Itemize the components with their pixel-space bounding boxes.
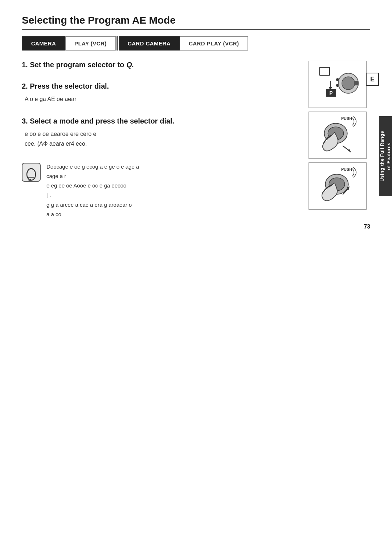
step-3-line1: e oo e oe aearoe ere cero e — [25, 129, 301, 139]
note-text: Doocage e oe g ecog a e ge o e age a cag… — [46, 162, 139, 219]
image-push1: PUSH — [309, 112, 367, 159]
page-number: 73 — [364, 223, 370, 230]
step-1-number: 1. — [22, 61, 30, 69]
svg-rect-0 — [22, 163, 40, 181]
e-badge: E — [366, 73, 379, 86]
tab-play-vcr[interactable]: PLAY (VCR) — [65, 36, 116, 51]
svg-point-10 — [342, 77, 355, 90]
note-line-5: g g a arcee a cae a era g aroaear o — [46, 200, 139, 210]
step-1: 1. Set the program selector to Q. — [22, 61, 301, 69]
step-3-line2: cee. (AΦ aeara er4 eco. — [25, 139, 301, 149]
step-1-text: Set the program selector to — [30, 61, 124, 69]
left-content: 1. Set the program selector to Q. 2. Pre… — [22, 61, 309, 226]
step-2-number: 2. — [22, 82, 30, 90]
note-box: Doocage e oe g ecog a e ge o e age a cag… — [22, 162, 301, 219]
step-3-title: 3. Select a mode and press the selector … — [22, 117, 301, 125]
tab-camera[interactable]: CAMERA — [22, 36, 65, 51]
step-3-text: Select a mode and press the selector dia… — [30, 117, 174, 125]
tab-divider — [117, 36, 118, 51]
image-push2: PUSH — [309, 162, 367, 210]
step-2: 2. Press the selector dial. A o e ga AE … — [22, 82, 301, 104]
svg-text:PUSH: PUSH — [341, 116, 352, 121]
tab-bar: CAMERA PLAY (VCR) CARD CAMERA CARD PLAY … — [22, 36, 370, 51]
step-1-title: 1. Set the program selector to Q. — [22, 61, 301, 69]
step-2-text: Press the selector dial. — [30, 82, 109, 90]
step-3-body: e oo e oe aearoe ere cero e cee. (AΦ aea… — [25, 129, 301, 149]
step-2-title: 2. Press the selector dial. — [22, 82, 301, 90]
tab-card-play-vcr[interactable]: CARD PLAY (VCR) — [180, 36, 248, 51]
note-icon — [22, 163, 41, 182]
step-2-body: A o e ga AE oe aear — [25, 94, 301, 104]
svg-text:P: P — [330, 90, 333, 96]
svg-rect-13 — [354, 81, 358, 85]
note-line-3: e eg ee oe Aooe e oc e ga eecoo — [46, 181, 139, 190]
sidebar-label-text: Using the Full Rangeof Features — [379, 131, 392, 182]
step-1-symbol: Q. — [126, 61, 134, 69]
svg-text:PUSH: PUSH — [341, 167, 352, 171]
note-line-2: cage a r — [46, 171, 139, 181]
page-title: Selecting the Program AE Mode — [22, 15, 370, 30]
note-line-1: Doocage e oe g ecog a e ge o e age a — [46, 162, 139, 171]
tab-card-camera[interactable]: CARD CAMERA — [119, 36, 180, 51]
step-3: 3. Select a mode and press the selector … — [22, 117, 301, 149]
step-3-number: 3. — [22, 117, 30, 125]
note-line-4: [ . — [46, 190, 139, 200]
content-area: 1. Set the program selector to Q. 2. Pre… — [22, 61, 370, 226]
sidebar-label: Using the Full Rangeof Features — [379, 116, 392, 196]
note-line-6: a a co — [46, 210, 139, 219]
right-images: P PUSH — [309, 61, 370, 226]
image-dial: P — [309, 61, 367, 108]
